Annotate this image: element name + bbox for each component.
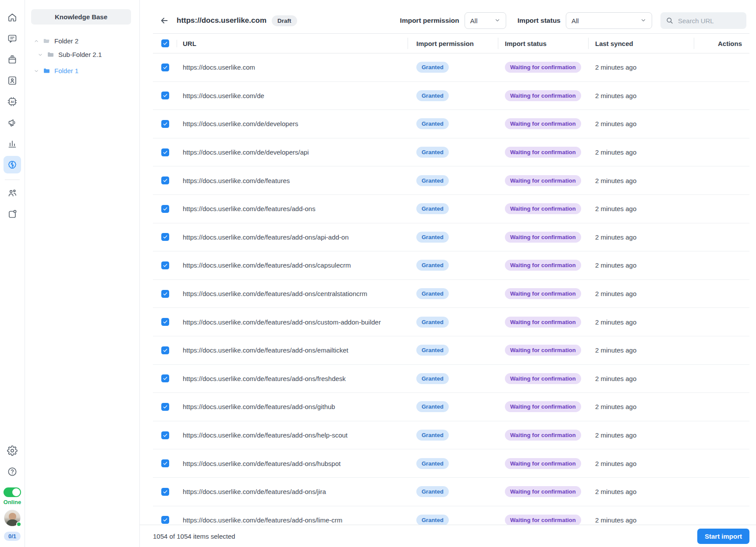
import-status-select[interactable]: All — [566, 12, 652, 29]
back-button[interactable] — [159, 15, 170, 26]
permission-badge: Granted — [416, 486, 449, 497]
last-synced-value: 2 minutes ago — [588, 516, 694, 524]
row-checkbox[interactable] — [161, 431, 169, 439]
table-row: https://docs.userlike.com/de/features/ad… — [153, 308, 749, 336]
row-checkbox[interactable] — [161, 64, 169, 71]
row-checkbox[interactable] — [161, 516, 169, 524]
row-checkbox[interactable] — [161, 346, 169, 354]
settings-icon[interactable] — [4, 442, 21, 459]
last-synced-value: 2 minutes ago — [588, 403, 694, 410]
tree-item-label: Folder 2 — [54, 37, 78, 45]
announcements-icon[interactable] — [4, 114, 21, 131]
row-checkbox[interactable] — [161, 148, 169, 156]
help-icon[interactable] — [4, 463, 21, 480]
inbox-icon[interactable] — [4, 51, 21, 68]
chevron-down-icon[interactable] — [34, 68, 39, 74]
online-toggle[interactable] — [4, 487, 21, 497]
start-import-button[interactable]: Start import — [697, 529, 749, 544]
main-header: https://docs.userlike.com Draft Import p… — [140, 0, 756, 33]
row-checkbox[interactable] — [161, 205, 169, 213]
search-input[interactable] — [678, 17, 735, 25]
row-url: https://docs.userlike.com/de/features/ad… — [177, 403, 408, 410]
knowledge-base-icon[interactable] — [4, 156, 21, 173]
last-synced-value: 2 minutes ago — [588, 431, 694, 439]
last-synced-value: 2 minutes ago — [588, 290, 694, 297]
status-badge: Waiting for confirmation — [505, 62, 581, 73]
last-synced-value: 2 minutes ago — [588, 148, 694, 156]
permission-badge: Granted — [416, 515, 449, 526]
last-synced-value: 2 minutes ago — [588, 205, 694, 212]
permission-badge: Granted — [416, 90, 449, 101]
row-url: https://docs.userlike.com/de/features/ad… — [177, 318, 408, 326]
row-checkbox[interactable] — [161, 374, 169, 382]
row-checkbox[interactable] — [161, 488, 169, 496]
select-all-checkbox[interactable] — [161, 39, 169, 47]
status-badge: Waiting for confirmation — [505, 317, 581, 328]
last-synced-value: 2 minutes ago — [588, 318, 694, 326]
permission-badge: Granted — [416, 345, 449, 356]
chevron-down-icon[interactable] — [38, 52, 43, 57]
draft-status-badge: Draft — [272, 15, 297, 26]
status-badge: Waiting for confirmation — [505, 401, 581, 412]
tree-item-folder-2[interactable]: Folder 2 — [25, 34, 139, 48]
row-url: https://docs.userlike.com — [177, 64, 408, 71]
tree-item-label: Folder 1 — [54, 67, 78, 74]
analytics-icon[interactable] — [4, 135, 21, 152]
row-checkbox[interactable] — [161, 403, 169, 411]
home-icon[interactable] — [4, 9, 21, 26]
status-badge: Waiting for confirmation — [505, 458, 581, 469]
integrations-icon[interactable] — [4, 205, 21, 223]
permission-badge: Granted — [416, 260, 449, 271]
selection-count-text: 1054 of 1054 items selected — [153, 533, 235, 540]
row-url: https://docs.userlike.com/de/features/ad… — [177, 233, 408, 241]
row-url: https://docs.userlike.com/de/features/ad… — [177, 205, 408, 212]
row-checkbox[interactable] — [161, 459, 169, 467]
folder-icon — [47, 51, 54, 58]
row-checkbox[interactable] — [161, 92, 169, 99]
tree-item-label: Sub-Folder 2.1 — [58, 51, 102, 58]
tree-item-folder-1[interactable]: Folder 1 — [25, 64, 139, 78]
table-row: https://docs.userlike.com/de/features/ad… — [153, 421, 749, 450]
contacts-icon[interactable] — [4, 72, 21, 89]
row-checkbox[interactable] — [161, 120, 169, 128]
capacity-badge: 0/1 — [4, 532, 21, 541]
row-checkbox[interactable] — [161, 318, 169, 326]
online-label: Online — [4, 499, 21, 505]
last-synced-value: 2 minutes ago — [588, 460, 694, 467]
row-checkbox[interactable] — [161, 233, 169, 241]
row-url: https://docs.userlike.com/de/features/ad… — [177, 516, 408, 524]
search-icon — [666, 17, 674, 25]
status-badge: Waiting for confirmation — [505, 118, 581, 129]
row-url: https://docs.userlike.com/de/features/ad… — [177, 290, 408, 297]
status-badge: Waiting for confirmation — [505, 373, 581, 384]
last-synced-value: 2 minutes ago — [588, 177, 694, 184]
chevron-down-icon — [494, 17, 500, 25]
last-synced-value: 2 minutes ago — [588, 261, 694, 269]
permission-badge: Granted — [416, 62, 449, 73]
last-synced-value: 2 minutes ago — [588, 64, 694, 71]
folder-open-icon — [43, 37, 50, 45]
row-checkbox[interactable] — [161, 176, 169, 184]
row-checkbox[interactable] — [161, 261, 169, 269]
ai-automation-icon[interactable]: AI — [4, 93, 21, 110]
import-permission-select[interactable]: All — [465, 12, 506, 29]
column-header-last-synced: Last synced — [588, 40, 694, 47]
messages-icon[interactable] — [4, 30, 21, 47]
status-badge: Waiting for confirmation — [505, 203, 581, 214]
team-icon[interactable] — [4, 184, 21, 202]
column-header-import-permission: Import permission — [408, 40, 498, 47]
chevron-up-icon[interactable] — [34, 39, 39, 44]
svg-text:AI: AI — [11, 100, 14, 104]
column-header-import-status: Import status — [498, 40, 588, 47]
table-row: https://docs.userlike.com/de/developers/… — [153, 138, 749, 167]
table-row: https://docs.userlike.com/de/features/ad… — [153, 223, 749, 252]
column-header-actions: Actions — [694, 40, 749, 47]
folder-icon-active — [43, 67, 50, 74]
tree-item-sub-folder-2-1[interactable]: Sub-Folder 2.1 — [25, 48, 139, 61]
table-row: https://docs.userlike.com/de/features/ad… — [153, 365, 749, 393]
row-checkbox[interactable] — [161, 290, 169, 298]
table-row: https://docs.userlike.com/de/features/ad… — [153, 195, 749, 223]
row-url: https://docs.userlike.com/de/developers — [177, 120, 408, 127]
panel-title: Knowledge Base — [31, 9, 131, 25]
permission-badge: Granted — [416, 175, 449, 186]
